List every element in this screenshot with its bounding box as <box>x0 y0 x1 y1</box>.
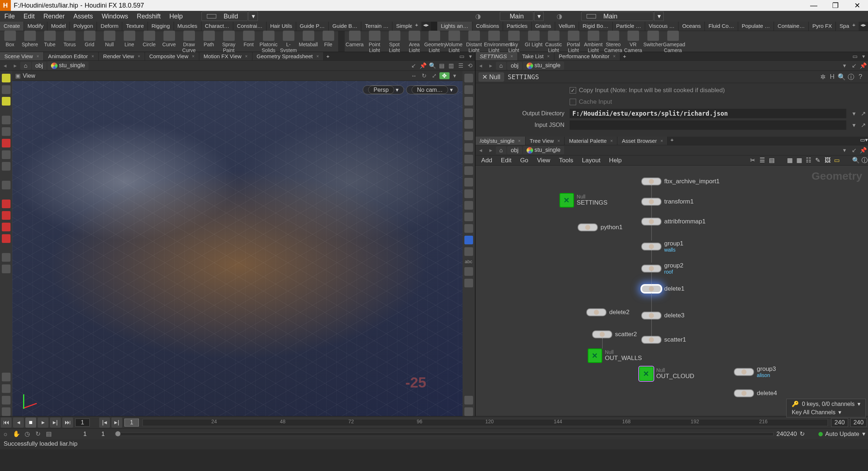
network-node[interactable]: NullOUT_WALLS <box>588 348 642 363</box>
range-end-button[interactable]: ▸| <box>111 418 122 428</box>
timeline-track[interactable]: 24487296120144168192216 <box>142 419 828 426</box>
pose-tool-icon[interactable] <box>2 162 10 171</box>
netmenu-layout[interactable]: Layout <box>578 157 605 164</box>
range-slider[interactable] <box>115 432 774 436</box>
n-path-node[interactable]: stu_single <box>523 146 564 154</box>
pane-max-icon[interactable]: ▭ <box>458 53 466 60</box>
shelf-tab[interactable]: Sparse P… <box>836 22 849 31</box>
disp-opt14-icon[interactable] <box>464 224 473 233</box>
p-path-obj[interactable]: obj <box>507 62 522 70</box>
auto-update-toggle[interactable]: Auto Update <box>825 431 859 438</box>
network-node[interactable]: scatter2 <box>592 330 637 338</box>
shelf-tool[interactable]: Sky Light <box>504 30 524 53</box>
desktop-chooser-right[interactable]: Main <box>500 12 533 21</box>
network-node[interactable]: delete1 <box>641 285 685 293</box>
gs2-icon[interactable]: ✋ <box>11 430 22 438</box>
shelf-tool[interactable]: L-System <box>278 30 298 53</box>
shelf-right-arrow[interactable]: ◂▸ <box>859 22 868 31</box>
menu-edit[interactable]: Edit <box>19 13 39 20</box>
disp-opt16-icon[interactable] <box>464 247 473 256</box>
shelf-tool[interactable]: Platonic Solids <box>259 30 278 53</box>
shelf-tool[interactable]: Tube <box>40 30 60 53</box>
disp-opt18-icon[interactable] <box>464 279 473 287</box>
left-tab-add[interactable]: + <box>324 53 332 59</box>
last-frame-button[interactable]: ⏭ <box>62 418 73 428</box>
first-frame-button[interactable]: ⏮ <box>1 418 12 428</box>
path-pick-icon[interactable]: ↙ <box>409 62 418 69</box>
shelf-tool[interactable]: Spot Light <box>384 30 404 53</box>
shelf-tool[interactable]: Geometry Light <box>424 30 444 53</box>
path-pin-icon[interactable]: 📌 <box>418 62 428 69</box>
netmenu-tools[interactable]: Tools <box>554 157 578 164</box>
shelf-tool[interactable]: Switcher <box>643 30 663 53</box>
disp-settings-icon[interactable] <box>464 407 473 416</box>
shelf-tool[interactable]: Area Light <box>404 30 424 53</box>
pane-menu-icon[interactable]: ▾ <box>466 53 475 60</box>
select-mode-icon[interactable] <box>2 74 10 82</box>
disp-opt7-icon[interactable] <box>464 143 473 152</box>
disp-opt12-icon[interactable] <box>464 201 473 210</box>
n-link-icon[interactable]: ↙ <box>849 147 859 154</box>
left-pane-tab[interactable]: Composite View× <box>145 52 199 60</box>
network-view[interactable]: Geometry fbx_archive_import1transform1at… <box>476 166 868 416</box>
abc-label-icon[interactable]: abc <box>465 259 472 264</box>
render-opts-icon[interactable] <box>2 407 10 416</box>
net-tab-mat[interactable]: Material Palette× <box>565 137 617 145</box>
range-cur-field[interactable]: 1 <box>124 419 139 427</box>
record-tool-icon[interactable] <box>2 139 10 147</box>
shelf-tool[interactable]: Point Light <box>365 30 384 53</box>
shelf-tool[interactable]: Ambient Light <box>583 30 603 53</box>
cache-input-check[interactable] <box>570 99 576 105</box>
desktop-chooser-far-right[interactable]: Main <box>581 12 654 21</box>
shelf-tool[interactable]: Gamepad Camera <box>663 30 683 53</box>
disp-opt11-icon[interactable] <box>464 189 473 198</box>
shelf-tool[interactable]: Distant Light <box>464 30 484 53</box>
outdir-jump-icon[interactable]: ↗ <box>859 110 868 117</box>
param-tab-add[interactable]: + <box>620 53 629 59</box>
left-pane-tab[interactable]: Animation Editor× <box>44 52 99 60</box>
pane-max2-icon[interactable]: ▭ <box>851 53 859 60</box>
snap-multi-icon[interactable] <box>2 234 10 243</box>
path-tbar4-icon[interactable]: ⟲ <box>465 62 475 69</box>
net-max-icon[interactable]: ▭ <box>860 137 865 145</box>
parm-search-icon[interactable]: 🔍 <box>837 73 846 81</box>
param-tab-settings[interactable]: SETTINGS× <box>476 52 518 60</box>
outdir-browse-icon[interactable]: ▾ <box>849 110 859 117</box>
shelf-tool[interactable]: Draw Curve <box>179 30 199 53</box>
shelf-tool[interactable]: Stereo Camera <box>603 30 623 53</box>
netmenu-edit[interactable]: Edit <box>497 157 516 164</box>
snap-point-icon[interactable] <box>2 211 10 220</box>
prev-frame-button[interactable]: ◂ <box>13 418 24 428</box>
parm-help-icon[interactable]: ? <box>856 73 865 81</box>
stop-button[interactable]: ■ <box>25 418 36 428</box>
injson-field[interactable] <box>570 120 846 130</box>
auto-update-dd-icon[interactable]: ▾ <box>859 430 868 438</box>
net-color1-icon[interactable]: ▦ <box>783 157 792 164</box>
group-tool-icon[interactable] <box>2 150 10 159</box>
network-node[interactable]: group3alison <box>734 366 776 378</box>
keys-dd-icon[interactable]: ▾ <box>858 401 860 407</box>
next-frame-button[interactable]: ▸| <box>50 418 61 428</box>
left-pane-tab[interactable]: Scene View× <box>0 52 44 60</box>
network-node[interactable]: delete2 <box>586 308 630 316</box>
desktop-chooser-far-right-arrow[interactable]: ▾ <box>654 12 664 21</box>
menu-render[interactable]: Render <box>39 13 69 20</box>
path-obj[interactable]: obj <box>32 62 47 70</box>
edit-mode-icon[interactable] <box>2 85 10 94</box>
range-start-button[interactable]: |◂ <box>99 418 110 428</box>
shelf-tool[interactable]: Metaball <box>298 30 318 53</box>
disp-opt6-icon[interactable] <box>464 132 473 140</box>
radial-menu-icon[interactable]: ◑ <box>471 12 485 20</box>
p-link-icon[interactable]: ↙ <box>849 62 859 69</box>
parm-info-icon[interactable]: ⓘ <box>846 73 856 81</box>
pane-menu2-icon[interactable]: ▾ <box>859 53 868 60</box>
shelf-tab[interactable]: Populate … <box>738 22 774 31</box>
shelf-add-right[interactable]: + <box>849 22 859 31</box>
gs4-icon[interactable]: ↻ <box>33 430 43 438</box>
menu-windows[interactable]: Windows <box>97 13 132 20</box>
p-pin2-icon[interactable]: 📌 <box>859 62 868 69</box>
shelf-tool[interactable]: Grid <box>80 30 99 53</box>
network-node[interactable]: NullSETTINGS <box>559 193 608 207</box>
shelf-tool[interactable]: Torus <box>60 30 80 53</box>
vh-move-icon[interactable]: ↔ <box>409 73 419 79</box>
